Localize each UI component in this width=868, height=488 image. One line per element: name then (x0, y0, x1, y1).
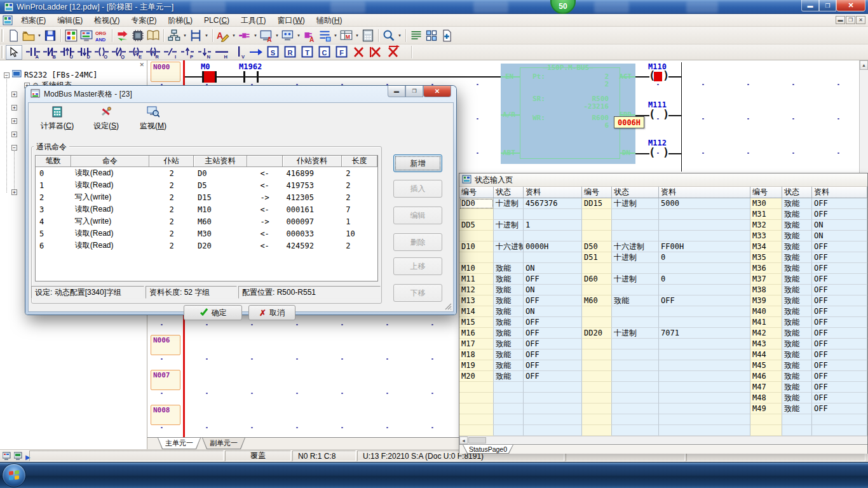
status-cell[interactable] (659, 349, 750, 360)
status-col-header[interactable]: 编号 (750, 187, 782, 198)
ladder-contact-A-button[interactable]: A (25, 45, 42, 60)
status-cell[interactable]: M16 (459, 328, 494, 339)
status-cell[interactable]: 致能 (782, 285, 812, 295)
status-cell[interactable]: M12 (459, 285, 494, 295)
status-cell[interactable] (612, 349, 659, 360)
status-cell[interactable]: M11 (459, 274, 494, 285)
status-cell[interactable] (459, 209, 494, 220)
status-cell[interactable]: 致能 (782, 263, 812, 274)
status-cell[interactable] (659, 360, 750, 371)
contact-m0-energized[interactable] (204, 71, 215, 83)
status-cell[interactable]: OFF (812, 274, 867, 285)
edit-pencil-dropdown-icon[interactable]: ▼ (231, 28, 237, 43)
status-table-body[interactable]: DD0十进制4567376DD15十进制5000M30致能OFFM31致能OFF… (459, 198, 867, 436)
ladder-x-arrow-button[interactable] (385, 45, 402, 60)
status-cell[interactable] (524, 414, 582, 425)
status-cell[interactable]: 致能 (494, 328, 524, 339)
status-cell[interactable]: 致能 (782, 231, 812, 241)
status-cell[interactable] (659, 382, 750, 393)
status-cell[interactable]: OFF (812, 403, 867, 414)
open-file-dropdown-icon[interactable]: ▼ (36, 28, 43, 43)
ladder-contact-down-D-button[interactable]: D (76, 45, 93, 60)
status-cell[interactable] (612, 360, 659, 371)
status-cell[interactable]: M36 (750, 263, 782, 274)
modbus-table-button[interactable]: M (339, 28, 354, 43)
status-cell[interactable] (459, 425, 494, 436)
status-cell[interactable]: 致能 (782, 382, 812, 393)
status-cell[interactable]: 十六进制 (494, 241, 524, 252)
status-cell[interactable]: OFF (812, 360, 867, 371)
status-row[interactable]: D10十六进制0000HD50十六进制FF00HM34致能OFF (459, 241, 867, 252)
status-row[interactable]: M20致能OFFM46致能OFF (459, 371, 867, 382)
status-cell[interactable]: M30 (750, 198, 782, 209)
list-2-button[interactable] (409, 28, 424, 43)
monitor-tool-button[interactable]: 监视(M) (134, 105, 172, 132)
status-row[interactable]: M48致能OFF (459, 393, 867, 403)
command-row[interactable]: 5读取(Read)2M30<-00003310 (36, 227, 377, 240)
status-cell[interactable] (782, 425, 812, 436)
status-cell[interactable]: OFF (524, 328, 582, 339)
status-cell[interactable] (524, 209, 582, 220)
status-cell[interactable]: OFF (524, 295, 582, 306)
panel-close-icon[interactable]: ✕ (139, 62, 144, 68)
status-cell[interactable]: 致能 (782, 349, 812, 360)
status-row[interactable]: M31致能OFF (459, 209, 867, 220)
status-cell[interactable]: 致能 (494, 274, 524, 285)
status-col-header[interactable]: 资料 (812, 187, 867, 198)
status-col-header[interactable]: 状态 (782, 187, 812, 198)
status-cell[interactable]: M43 (750, 339, 782, 349)
status-cell[interactable]: 致能 (494, 360, 524, 371)
status-row[interactable]: M16致能OFFDD20十进制7071M42致能OFF (459, 328, 867, 339)
status-cell[interactable] (494, 231, 524, 241)
status-cell[interactable] (659, 317, 750, 328)
status-cell[interactable] (612, 317, 659, 328)
status-col-header[interactable]: 编号 (459, 187, 494, 198)
cancel-button[interactable]: ✗ 取消 (248, 305, 295, 320)
status-cell[interactable]: OFF (812, 371, 867, 382)
ladder-box-C-button[interactable]: C (316, 45, 334, 60)
status-cell[interactable] (659, 414, 750, 425)
status-cell[interactable]: 致能 (782, 241, 812, 252)
status-cell[interactable]: 十进制 (612, 198, 659, 209)
ladder-contact-slash-B-button[interactable]: B (42, 45, 59, 60)
expand-icon[interactable]: + (11, 189, 17, 195)
status-row[interactable] (459, 414, 867, 425)
calculator-button[interactable] (360, 28, 376, 43)
status-cell[interactable]: 十进制 (612, 328, 659, 339)
status-cell[interactable]: ON (524, 306, 582, 317)
status-cell[interactable]: 致能 (782, 220, 812, 231)
status-cell[interactable]: OFF (812, 198, 867, 209)
modbus-table-dropdown-icon[interactable]: ▼ (354, 28, 360, 43)
menu-9[interactable]: 辅助(H) (311, 14, 348, 27)
ladder-view-dropdown-icon[interactable]: ▼ (203, 28, 210, 43)
menu-7[interactable]: 工具(T) (235, 14, 271, 27)
network-label[interactable]: N006 (151, 335, 180, 355)
command-col-header[interactable]: 仆站 (149, 156, 194, 167)
mdi-minimize-button[interactable]: ▬ (836, 16, 845, 24)
ladder-view-button[interactable] (188, 28, 203, 43)
command-col-header[interactable] (247, 156, 283, 167)
dialog-restore-button[interactable]: ❐ (405, 86, 423, 97)
status-cell[interactable]: ON (812, 231, 867, 241)
command-row[interactable]: 0读取(Read)2D0<-4168992 (36, 167, 377, 179)
status-cell[interactable] (612, 339, 659, 349)
status-cell[interactable] (612, 393, 659, 403)
status-row[interactable] (459, 425, 867, 436)
status-cell[interactable]: M34 (750, 241, 782, 252)
status-cell[interactable] (494, 209, 524, 220)
status-cell[interactable]: 致能 (782, 306, 812, 317)
tab-status-page[interactable]: StatusPage0 (463, 445, 513, 454)
command-row[interactable]: 6读取(Read)2D20<-4245922 (36, 240, 377, 252)
status-cell[interactable]: 致能 (782, 317, 812, 328)
status-cell[interactable] (750, 425, 782, 436)
tree-node-root[interactable]: − RS232 [FBs-24MC] (4, 70, 98, 80)
ladder-box-R-button[interactable]: R (282, 45, 299, 60)
save-file-button[interactable] (43, 28, 58, 43)
status-cell[interactable]: OFF (812, 393, 867, 403)
network-label[interactable]: N000 (151, 62, 180, 82)
status-cell[interactable] (612, 382, 659, 393)
ok-button[interactable]: 确定 (184, 305, 242, 320)
status-hscrollbar[interactable]: ◄ (459, 436, 867, 444)
status-cell[interactable] (812, 414, 867, 425)
scroll-thumb[interactable] (468, 437, 486, 444)
